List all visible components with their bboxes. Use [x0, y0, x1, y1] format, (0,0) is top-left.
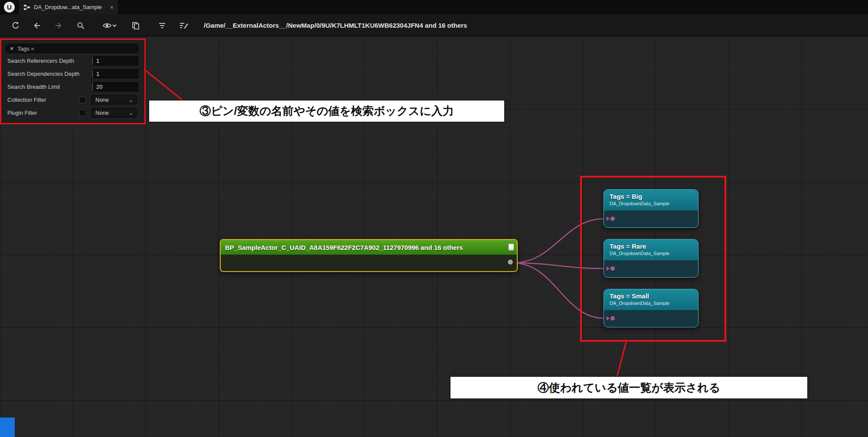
search-breadth-limit-label: Search Breadth Limit [7, 81, 60, 93]
filter-panel: × Tags = Search Referencers Depth Search… [0, 39, 146, 124]
collection-filter-dropdown[interactable]: None ⌄ [91, 95, 137, 104]
visibility-dropdown-button[interactable] [101, 20, 119, 31]
forward-arrow-icon [54, 21, 63, 30]
filter-row-search-referencers-depth: Search Referencers Depth [1, 55, 144, 67]
plugin-filter-dropdown[interactable]: None ⌄ [91, 108, 137, 117]
tab-reference-viewer[interactable]: DA_Dropdow...ata_Sample × [19, 0, 118, 14]
search-dependencies-depth-label: Search Dependencies Depth [7, 68, 79, 80]
input-pin-icon[interactable] [606, 215, 617, 222]
refresh-icon [11, 21, 20, 30]
collection-filter-value: None [95, 97, 109, 103]
tab-bar: U DA_Dropdow...ata_Sample × [0, 0, 868, 14]
annotation-step4: ④使われている値一覧が表示される [450, 376, 808, 399]
search-breadth-limit-input[interactable] [91, 82, 138, 91]
input-pin-icon[interactable] [606, 315, 617, 322]
edit-filters-button[interactable] [179, 20, 189, 31]
chevron-down-icon: ⌄ [129, 110, 133, 116]
blue-corner-panel [0, 418, 15, 437]
result-node-tags-rare[interactable]: Tags = Rare DA_DropdownData_Sample [604, 239, 698, 278]
center-node-header: BP_SampleActor_C_UAID_A8A159F622F2C7A902… [221, 240, 517, 255]
result-node-title: Tags = Big [610, 193, 698, 200]
reference-viewer-icon [23, 4, 30, 11]
duplicate-button[interactable] [131, 20, 141, 31]
result-node-tags-small[interactable]: Tags = Small DA_DropdownData_Sample [604, 289, 698, 327]
center-node-title: BP_SampleActor_C_UAID_A8A159F622F2C7A902… [225, 244, 463, 251]
toolbar: /Game/__ExternalActors__/NewMap/0/9U/K7L… [0, 14, 868, 36]
search-referencers-depth-label: Search Referencers Depth [7, 55, 74, 67]
find-path-button[interactable] [75, 20, 86, 31]
reference-graph-canvas[interactable]: × Tags = Search Referencers Depth Search… [0, 36, 868, 437]
refresh-button[interactable] [10, 20, 21, 31]
filter-row-search-dependencies-depth: Search Dependencies Depth [1, 68, 144, 80]
search-filter-text: Tags = [17, 45, 34, 52]
result-node-title: Tags = Small [610, 292, 698, 300]
reference-viewer-window: U DA_Dropdow...ata_Sample × [0, 0, 868, 437]
chevron-down-icon: ⌄ [129, 97, 133, 103]
filter-row-search-breadth-limit: Search Breadth Limit [1, 81, 144, 93]
input-pin-icon[interactable] [606, 265, 617, 272]
back-button[interactable] [32, 20, 42, 31]
plugin-filter-checkbox[interactable] [79, 110, 86, 116]
plugin-filter-value: None [95, 110, 109, 116]
filter-icon [158, 21, 166, 30]
chevron-down-icon [112, 21, 117, 30]
collection-filter-label: Collection Filter [7, 94, 46, 106]
filter-button[interactable] [157, 20, 167, 31]
unreal-engine-logo-icon: U [4, 2, 15, 13]
document-icon [509, 244, 514, 250]
result-node-tags-big[interactable]: Tags = Big DA_DropdownData_Sample [604, 189, 698, 228]
tab-label: DA_Dropdow...ata_Sample [34, 4, 102, 10]
annotation-step3: ③ピン/変数の名前やその値を検索ボックスに入力 [148, 100, 505, 123]
clear-search-icon[interactable]: × [10, 45, 13, 52]
center-reference-node[interactable]: BP_SampleActor_C_UAID_A8A159F622F2C7A902… [220, 239, 518, 272]
search-icon [76, 21, 85, 30]
search-dependencies-depth-input[interactable] [91, 69, 138, 78]
result-node-subtitle: DA_DropdownData_Sample [610, 301, 698, 306]
result-node-title: Tags = Rare [610, 243, 698, 250]
eye-icon [102, 21, 112, 30]
tab-close-icon[interactable]: × [110, 4, 114, 11]
search-filter-chip[interactable]: × Tags = [4, 43, 140, 54]
result-node-subtitle: DA_DropdownData_Sample [610, 251, 698, 256]
filter-edit-icon [179, 21, 189, 30]
filter-row-plugin-filter: Plugin Filter None ⌄ [1, 107, 144, 119]
search-referencers-depth-input[interactable] [91, 56, 138, 65]
plugin-filter-label: Plugin Filter [7, 107, 37, 119]
output-pin[interactable] [508, 259, 513, 265]
result-node-subtitle: DA_DropdownData_Sample [610, 201, 698, 206]
duplicate-icon [131, 21, 140, 30]
center-node-body [221, 255, 517, 271]
filter-row-collection-filter: Collection Filter None ⌄ [1, 94, 144, 106]
collection-filter-checkbox[interactable] [79, 97, 86, 103]
forward-button[interactable] [53, 20, 64, 31]
asset-path-field[interactable]: /Game/__ExternalActors__/NewMap/0/9U/K7L… [204, 14, 467, 36]
back-arrow-icon [33, 21, 41, 30]
